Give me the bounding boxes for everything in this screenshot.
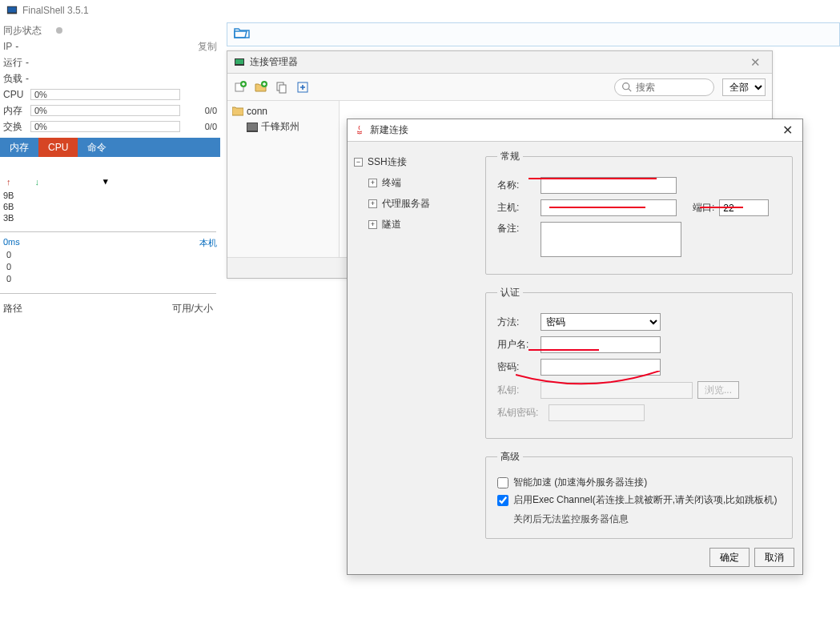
sync-label: 同步状态: [3, 24, 51, 38]
divider2: [0, 293, 216, 294]
zero-1: 0: [6, 261, 220, 273]
cancel-button[interactable]: 取消: [754, 548, 794, 567]
method-select[interactable]: 密码: [541, 313, 661, 331]
pass-label: 密码:: [497, 360, 536, 374]
avail-header: 可用/大小: [172, 302, 213, 316]
adv-fieldset: 高级 智能加速 (加速海外服务器连接) 启用Exec Channel(若连接上就…: [485, 450, 793, 539]
expand-icon[interactable]: +: [368, 179, 377, 187]
filter-select[interactable]: 全部: [722, 78, 766, 96]
java-icon: [354, 125, 365, 136]
dropdown-toggle-icon[interactable]: ▾: [103, 176, 108, 187]
newconn-form: 常规 名称: 主机: 端口: 备注: 认证: [476, 142, 802, 541]
new-folder-icon[interactable]: [255, 81, 267, 94]
add-icon[interactable]: [296, 81, 309, 94]
browse-button: 浏览...: [697, 381, 739, 399]
pk-input: [541, 382, 693, 399]
copy-icon[interactable]: [275, 81, 288, 94]
folder-icon: [232, 107, 243, 116]
newconn-titlebar[interactable]: 新建连接 ✕: [348, 119, 802, 142]
newconn-title: 新建连接: [370, 123, 408, 137]
remark-label: 备注:: [497, 222, 536, 235]
connmgr-close-icon[interactable]: ✕: [746, 54, 766, 71]
method-label: 方法:: [497, 316, 536, 329]
host-input[interactable]: [541, 199, 677, 216]
connmgr-toolbar: 全部: [227, 74, 772, 101]
tree-folder-conn[interactable]: conn: [232, 106, 334, 117]
tab-command[interactable]: 命令: [78, 138, 116, 157]
pass-input[interactable]: [541, 359, 661, 376]
pk-label: 私钥:: [497, 384, 536, 397]
new-icon[interactable]: [234, 81, 247, 94]
mem-stat-label: 内存: [3, 104, 30, 118]
expand-icon[interactable]: +: [368, 220, 377, 229]
ip-value: -: [15, 41, 18, 52]
run-label: 运行: [3, 56, 22, 70]
local-label: 本机: [199, 237, 217, 249]
open-folder-icon[interactable]: [234, 26, 250, 43]
zero-2: 0: [6, 273, 220, 285]
auth-fieldset: 认证 方法: 密码 用户名: 密码: 私钥:: [485, 286, 793, 439]
app-icon: [6, 5, 18, 16]
up-arrow-icon: ↑: [6, 177, 11, 187]
exec-channel-label: 启用Exec Channel(若连接上就被断开,请关闭该项,比如跳板机): [513, 493, 777, 507]
svg-rect-8: [279, 85, 286, 93]
tree-node-qianfeng[interactable]: 千锋郑州: [247, 120, 334, 134]
exec-channel-note: 关闭后无法监控服务器信息: [513, 511, 781, 527]
tree-ssh-root[interactable]: − SSH连接: [354, 151, 469, 172]
smart-accel-checkbox[interactable]: [497, 477, 508, 488]
app-title: FinalShell 3.5.1: [22, 5, 89, 16]
load-label: 负载: [3, 72, 22, 86]
tab-cpu[interactable]: CPU: [38, 138, 78, 157]
zero-0: 0: [6, 249, 220, 261]
expand-icon[interactable]: +: [368, 199, 377, 208]
connection-tree[interactable]: conn 千锋郑州: [227, 101, 340, 257]
port-label: 端口:: [693, 201, 714, 215]
tree-tunnel[interactable]: + 隧道: [368, 214, 469, 235]
port-input[interactable]: [719, 199, 769, 216]
pkpass-input: [549, 404, 645, 421]
axis-6b: 6B: [3, 201, 220, 212]
tab-memory[interactable]: 内存: [0, 138, 38, 157]
axis-9b: 9B: [3, 190, 220, 201]
general-fieldset: 常规 名称: 主机: 端口: 备注:: [485, 150, 793, 275]
path-header: 路径: [3, 302, 22, 316]
mem-stat-bar: 0%: [30, 105, 180, 116]
connmgr-title: 连接管理器: [250, 55, 298, 69]
left-status-panel: 同步状态 IP - 复制 运行 - 负载 - CPU 0% 内存 0% 0/0 …: [0, 22, 220, 340]
newconn-close-icon[interactable]: ✕: [779, 121, 796, 139]
remark-input[interactable]: [541, 222, 681, 257]
axis-3b: 3B: [3, 212, 220, 223]
ok-button[interactable]: 确定: [709, 548, 750, 567]
search-icon: [621, 82, 632, 92]
app-titlebar: FinalShell 3.5.1: [0, 0, 840, 21]
name-input[interactable]: [541, 177, 677, 194]
connmgr-titlebar[interactable]: 连接管理器 ✕: [227, 51, 772, 74]
load-value: -: [26, 73, 29, 84]
svg-rect-12: [247, 123, 257, 131]
name-label: 名称:: [497, 179, 536, 192]
svg-rect-1: [8, 7, 17, 13]
ip-label: IP: [3, 41, 12, 52]
ping-ms: 0ms: [0, 237, 20, 249]
search-box[interactable]: [614, 78, 714, 96]
user-input[interactable]: [541, 336, 661, 353]
tree-terminal[interactable]: + 终端: [368, 172, 469, 193]
down-arrow-icon: ↓: [35, 177, 40, 187]
search-input[interactable]: [636, 82, 700, 93]
tree-proxy[interactable]: + 代理服务器: [368, 193, 469, 214]
copy-button[interactable]: 复制: [198, 40, 217, 54]
smart-accel-label: 智能加速 (加速海外服务器连接): [513, 476, 647, 489]
svg-rect-3: [235, 59, 243, 64]
collapse-icon[interactable]: −: [354, 158, 363, 167]
dialog-footer: 确定 取消: [348, 541, 802, 574]
host-label: 主机:: [497, 201, 536, 215]
newconn-nav-tree[interactable]: − SSH连接 + 终端 + 代理服务器 + 隧道: [348, 142, 476, 541]
user-label: 用户名:: [497, 338, 536, 352]
svg-point-10: [623, 83, 629, 90]
exec-channel-checkbox[interactable]: [497, 495, 508, 506]
pkpass-label: 私钥密码:: [497, 406, 544, 420]
main-tabs-bar: [227, 22, 840, 46]
sync-status-dot: [56, 27, 62, 34]
run-value: -: [26, 57, 29, 68]
terminal-icon: [247, 123, 258, 132]
